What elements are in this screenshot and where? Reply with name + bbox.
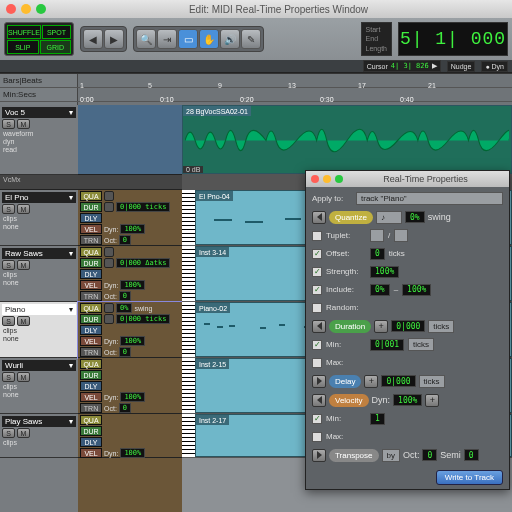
- include-checkbox[interactable]: ✓: [312, 285, 322, 295]
- zoom-toggle-group: ◀ ▶: [80, 26, 127, 52]
- grabber-tool-icon[interactable]: ✋: [199, 29, 219, 49]
- trim-tool-icon[interactable]: ⇥: [157, 29, 177, 49]
- quantize-section[interactable]: Quantize: [329, 211, 373, 224]
- apply-to-label: Apply to:: [312, 194, 352, 203]
- clip-voc[interactable]: 28 BgVocSSA02-01 0 dB: [182, 105, 512, 174]
- close-icon[interactable]: [311, 175, 319, 183]
- ruler-minsec[interactable]: Min:Secs: [0, 88, 78, 101]
- rt-voc5: [78, 105, 182, 175]
- rtwin-title-text: Real-Time Properties: [347, 174, 504, 184]
- start-label: Start: [366, 26, 387, 33]
- zoom-toggle-b[interactable]: ▶: [104, 29, 124, 49]
- track-header-playsaws[interactable]: Play Saws▾ SM clips: [0, 414, 78, 458]
- random-checkbox[interactable]: [312, 303, 322, 313]
- close-icon[interactable]: [6, 4, 16, 14]
- track-header-wurli[interactable]: Wurli▾ SM clips none: [0, 358, 78, 414]
- zoom-toggle-a[interactable]: ◀: [83, 29, 103, 49]
- velocity-dyn-value[interactable]: 100%: [393, 394, 422, 406]
- mode-grid[interactable]: GRID: [40, 40, 72, 54]
- counter-labels: Start End Length: [361, 22, 392, 56]
- transpose-section[interactable]: Transpose: [329, 449, 379, 462]
- transpose-toggle[interactable]: [312, 449, 326, 462]
- nudge-box[interactable]: Nudge: [447, 61, 476, 72]
- mode-shuffle[interactable]: SHUFFLE: [7, 25, 41, 39]
- duration-unit-select[interactable]: ticks: [428, 320, 454, 333]
- vel-min-checkbox[interactable]: ✓: [312, 414, 322, 424]
- piano-keys-icon: [182, 190, 195, 245]
- dur-max-checkbox[interactable]: [312, 358, 322, 368]
- write-to-track-button[interactable]: Write to Track: [436, 470, 503, 485]
- duration-value[interactable]: 0|000: [391, 320, 425, 332]
- track-header-piano[interactable]: Piano▾ SM clips none: [0, 302, 78, 358]
- ruler-bars-beats[interactable]: Bars|Beats: [0, 74, 78, 87]
- quantize-toggle[interactable]: [312, 211, 326, 224]
- main-counter[interactable]: 5| 1| 000: [398, 22, 508, 56]
- quantize-swing-value[interactable]: 0%: [405, 211, 425, 223]
- track-name-column: Voc 5▾ SM waveform dyn read VcMx El Pno▾…: [0, 105, 78, 512]
- offset-value[interactable]: 0: [370, 248, 385, 260]
- velocity-section[interactable]: Velocity: [329, 394, 369, 407]
- main-titlebar: Edit: MIDI Real-Time Properties Window: [0, 0, 512, 18]
- rt-playsaws: QUA DUR DLY VELDyn:100%: [78, 414, 182, 458]
- apply-to-select[interactable]: track "Piano": [356, 192, 503, 205]
- mode-slip[interactable]: SLIP: [7, 40, 39, 54]
- track-header-vcmx[interactable]: VcMx: [0, 175, 78, 190]
- duration-mode-plus[interactable]: +: [374, 320, 388, 333]
- tuplet-checkbox[interactable]: [312, 231, 322, 241]
- track-header-rawsaws[interactable]: Raw Saws▾ SM clips none: [0, 246, 78, 302]
- selector-tool-icon[interactable]: ▭: [178, 29, 198, 49]
- rt-elpno: QUA DUR0|000 ticks DLY VELDyn:100% TRNOc…: [78, 190, 182, 246]
- duration-toggle[interactable]: [312, 320, 326, 333]
- scrubber-tool-icon[interactable]: 🔊: [220, 29, 240, 49]
- dyn-transport[interactable]: ● Dyn: [481, 61, 508, 72]
- play-icon: ▶: [432, 62, 437, 70]
- clip-label: 28 BgVocSSA02-01: [183, 106, 251, 116]
- duration-section[interactable]: Duration: [329, 320, 371, 333]
- pencil-tool-icon[interactable]: ✎: [241, 29, 261, 49]
- end-label: End: [366, 35, 387, 42]
- edit-mode-selector[interactable]: SHUFFLE SPOT SLIP GRID: [4, 22, 74, 56]
- velocity-toggle[interactable]: [312, 394, 326, 407]
- mute-button[interactable]: M: [17, 119, 30, 129]
- minimize-icon[interactable]: [21, 4, 31, 14]
- vel-max-checkbox[interactable]: [312, 432, 322, 442]
- track-name: Voc 5: [5, 108, 25, 117]
- zoomer-tool-icon[interactable]: 🔍: [136, 29, 156, 49]
- delay-toggle[interactable]: [312, 375, 326, 388]
- rt-wurli: QUA DUR DLY VELDyn:100% TRNOct:0: [78, 358, 182, 414]
- strength-value[interactable]: 100%: [370, 266, 399, 278]
- solo-button[interactable]: S: [2, 119, 15, 129]
- delay-section[interactable]: Delay: [329, 375, 361, 388]
- chevron-down-icon[interactable]: ▾: [69, 108, 73, 117]
- waveform-icon: [185, 118, 509, 163]
- rt-piano: QUA0%swing DUR0|000 ticks DLY VELDyn:100…: [78, 302, 182, 358]
- track-header-voc5[interactable]: Voc 5▾ SM waveform dyn read: [0, 105, 78, 175]
- quantize-grid-select[interactable]: ♪: [376, 211, 402, 224]
- rt-vcmx: [78, 175, 182, 190]
- zoom-icon[interactable]: [36, 4, 46, 14]
- zoom-icon[interactable]: [335, 175, 343, 183]
- minimize-icon[interactable]: [323, 175, 331, 183]
- dur-min-checkbox[interactable]: ✓: [312, 340, 322, 350]
- rt-properties-window[interactable]: Real-Time Properties Apply to: track "Pi…: [305, 170, 510, 490]
- strength-checkbox[interactable]: ✓: [312, 267, 322, 277]
- cursor-readout: Cursor 4| 3| 826 ▶: [363, 60, 441, 72]
- rt-rawsaws: QUA DUR0|000 Δatks DLY VELDyn:100% TRNOc…: [78, 246, 182, 302]
- window-title: Edit: MIDI Real-Time Properties Window: [51, 4, 506, 15]
- offset-checkbox[interactable]: ✓: [312, 249, 322, 259]
- delay-value[interactable]: 0|000: [381, 375, 415, 387]
- track-header-elpno[interactable]: El Pno▾ SM clips none: [0, 190, 78, 246]
- length-label: Length: [366, 45, 387, 52]
- cursor-tools: 🔍 ⇥ ▭ ✋ 🔊 ✎: [133, 26, 264, 52]
- rtprops-column: QUA DUR0|000 ticks DLY VELDyn:100% TRNOc…: [78, 105, 182, 512]
- main-toolbar: SHUFFLE SPOT SLIP GRID ◀ ▶ 🔍 ⇥ ▭ ✋ 🔊 ✎ S…: [0, 18, 512, 60]
- mode-spot[interactable]: SPOT: [42, 25, 71, 39]
